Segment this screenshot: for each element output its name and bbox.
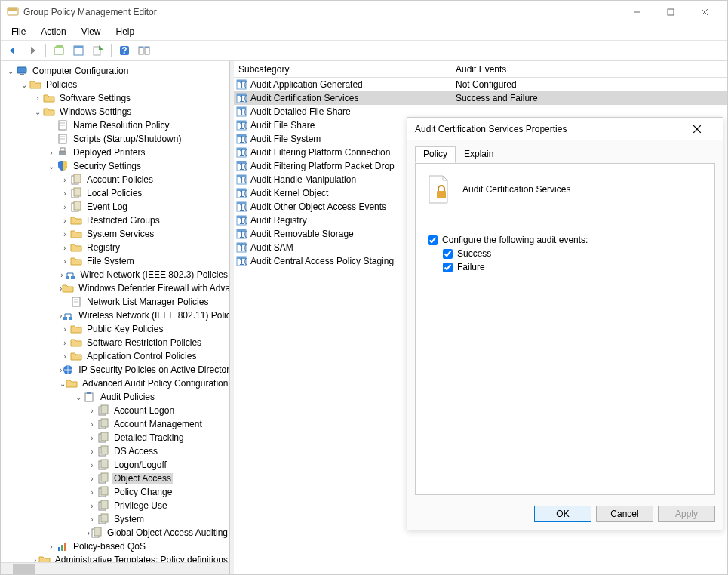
help-icon[interactable]: ? bbox=[115, 42, 134, 59]
tree-twisty-icon[interactable]: › bbox=[60, 189, 70, 198]
tree-item[interactable]: ›Windows Defender Firewall with Advanced… bbox=[2, 281, 229, 295]
tree-item[interactable]: ›Account Management bbox=[2, 417, 229, 431]
tree-twisty-icon[interactable]: › bbox=[87, 475, 97, 483]
tree-item[interactable]: ›Account Policies bbox=[2, 173, 229, 186]
subcategory-icon: 101 bbox=[235, 255, 247, 267]
toolbar-refresh-icon[interactable] bbox=[50, 42, 68, 59]
tree-item[interactable]: ›Logon/Logoff bbox=[2, 458, 229, 472]
tree-item[interactable]: ›Policy Change bbox=[2, 485, 229, 499]
tree-item[interactable]: ›Local Policies bbox=[2, 186, 229, 200]
tree-item[interactable]: ⌄Security Settings bbox=[2, 159, 229, 173]
tree-item[interactable]: ›Software Restriction Policies bbox=[2, 336, 229, 349]
tree-twisty-icon[interactable]: › bbox=[60, 244, 70, 252]
apply-button[interactable]: Apply bbox=[658, 506, 715, 522]
menu-view[interactable]: View bbox=[74, 25, 109, 38]
tab-explain[interactable]: Explain bbox=[456, 146, 502, 163]
tree-item[interactable]: ›Global Object Access Auditing bbox=[2, 526, 229, 540]
tree-twisty-icon[interactable]: › bbox=[60, 352, 70, 361]
forward-button[interactable] bbox=[23, 42, 41, 59]
tree-twisty-icon[interactable]: ⌄ bbox=[60, 380, 66, 388]
tree-twisty-icon[interactable]: › bbox=[60, 203, 70, 211]
tree-item[interactable]: Network List Manager Policies bbox=[2, 295, 229, 309]
configure-checkbox[interactable] bbox=[428, 235, 438, 245]
tree-item[interactable]: ›Restricted Groups bbox=[2, 214, 229, 227]
ok-button[interactable]: OK bbox=[534, 506, 591, 522]
tree-twisty-icon[interactable]: › bbox=[87, 420, 97, 429]
tree-twisty-icon[interactable]: › bbox=[87, 488, 97, 497]
tree-item[interactable]: ›Detailed Tracking bbox=[2, 431, 229, 444]
tree-twisty-icon[interactable]: › bbox=[87, 434, 97, 442]
close-button[interactable] bbox=[687, 2, 721, 23]
tree-twisty-icon[interactable]: › bbox=[60, 230, 70, 238]
tree-item[interactable]: ›DS Access bbox=[2, 444, 229, 458]
tree-item[interactable]: ›Event Log bbox=[2, 200, 229, 214]
tab-policy[interactable]: Policy bbox=[415, 146, 456, 163]
tree-item[interactable]: ⌄Audit Policies bbox=[2, 390, 229, 404]
tree-item[interactable]: ›System bbox=[2, 512, 229, 526]
tree-twisty-icon[interactable]: ⌄ bbox=[19, 81, 29, 89]
tree-twisty-icon[interactable]: › bbox=[87, 502, 97, 510]
column-audit-events[interactable]: Audit Events bbox=[453, 64, 727, 75]
tree-twisty-icon[interactable]: › bbox=[60, 176, 70, 184]
tree-twisty-icon[interactable]: ⌄ bbox=[46, 162, 57, 171]
tree-item[interactable]: ›Wireless Network (IEEE 802.11) Policies bbox=[2, 309, 229, 322]
tree-twisty-icon[interactable]: › bbox=[87, 407, 97, 415]
tree-item[interactable]: ›Public Key Policies bbox=[2, 322, 229, 336]
list-item[interactable]: 101Audit Application GeneratedNot Config… bbox=[234, 78, 727, 91]
tree-twisty-icon[interactable]: › bbox=[46, 543, 57, 551]
svg-text:101: 101 bbox=[239, 257, 247, 267]
failure-checkbox[interactable] bbox=[443, 263, 453, 272]
tree-twisty-icon[interactable]: ⌄ bbox=[5, 67, 16, 75]
tree-item[interactable]: ›Object Access bbox=[2, 472, 229, 485]
toolbar-export-icon[interactable] bbox=[89, 42, 107, 59]
tree-twisty-icon[interactable]: ⌄ bbox=[32, 108, 43, 116]
tree-twisty-icon[interactable]: › bbox=[87, 515, 97, 524]
tree-item[interactable]: ›Privilege Use bbox=[2, 499, 229, 512]
configure-checkbox-row[interactable]: Configure the following audit events: bbox=[428, 235, 704, 245]
tree-twisty-icon[interactable]: › bbox=[87, 461, 97, 469]
toolbar-view-icon[interactable] bbox=[135, 42, 153, 59]
dialog-close-button[interactable] bbox=[693, 125, 715, 134]
tree-item[interactable]: ⌄Advanced Audit Policy Configuration bbox=[2, 377, 229, 390]
tree-item[interactable]: ›IP Security Policies on Active Director… bbox=[2, 363, 229, 377]
tree-twisty-icon[interactable]: › bbox=[32, 556, 38, 563]
tree-item[interactable]: Name Resolution Policy bbox=[2, 118, 229, 132]
tree-item[interactable]: ›Software Settings bbox=[2, 91, 229, 105]
tree-item[interactable]: ›File System bbox=[2, 254, 229, 268]
cancel-button[interactable]: Cancel bbox=[596, 506, 653, 522]
menu-help[interactable]: Help bbox=[109, 25, 143, 38]
tree-item[interactable]: ⌄Windows Settings bbox=[2, 105, 229, 118]
tree-item[interactable]: ›Policy-based QoS bbox=[2, 540, 229, 553]
maximize-button[interactable] bbox=[653, 2, 687, 23]
menu-file[interactable]: File bbox=[4, 25, 33, 38]
tree-twisty-icon[interactable]: › bbox=[60, 257, 70, 266]
tree-view[interactable]: ⌄Computer Configuration⌄Policies›Softwar… bbox=[1, 61, 229, 562]
column-subcategory[interactable]: Subcategory bbox=[234, 64, 453, 75]
tree-item[interactable]: ›Deployed Printers bbox=[2, 146, 229, 159]
tree-item[interactable]: Scripts (Startup/Shutdown) bbox=[2, 132, 229, 146]
tree-twisty-icon[interactable]: › bbox=[46, 149, 57, 157]
failure-checkbox-row[interactable]: Failure bbox=[443, 262, 704, 272]
horizontal-scrollbar[interactable] bbox=[1, 562, 229, 574]
tree-twisty-icon[interactable]: › bbox=[60, 339, 70, 347]
tree-twisty-icon[interactable]: › bbox=[87, 447, 97, 456]
tree-twisty-icon[interactable]: › bbox=[60, 325, 70, 334]
tree-item[interactable]: ⌄Policies bbox=[2, 78, 229, 91]
success-checkbox[interactable] bbox=[443, 249, 453, 259]
tree-item[interactable]: ›Account Logon bbox=[2, 404, 229, 417]
tree-item[interactable]: ›Wired Network (IEEE 802.3) Policies bbox=[2, 268, 229, 281]
tree-item[interactable]: ›Registry bbox=[2, 241, 229, 254]
tree-item[interactable]: ›Administrative Templates: Policy defini… bbox=[2, 553, 229, 562]
tree-item[interactable]: ›System Services bbox=[2, 227, 229, 241]
back-button[interactable] bbox=[4, 42, 22, 59]
success-checkbox-row[interactable]: Success bbox=[443, 248, 704, 259]
tree-twisty-icon[interactable]: ⌄ bbox=[73, 393, 84, 401]
tree-twisty-icon[interactable]: › bbox=[60, 217, 70, 225]
minimize-button[interactable] bbox=[619, 2, 653, 23]
tree-item[interactable]: ›Application Control Policies bbox=[2, 349, 229, 363]
tree-twisty-icon[interactable]: › bbox=[32, 94, 43, 103]
toolbar-properties-icon[interactable] bbox=[69, 42, 88, 59]
menu-action[interactable]: Action bbox=[33, 25, 73, 38]
list-item[interactable]: 101Audit Certification ServicesSuccess a… bbox=[234, 91, 727, 105]
tree-item[interactable]: ⌄Computer Configuration bbox=[2, 64, 229, 78]
